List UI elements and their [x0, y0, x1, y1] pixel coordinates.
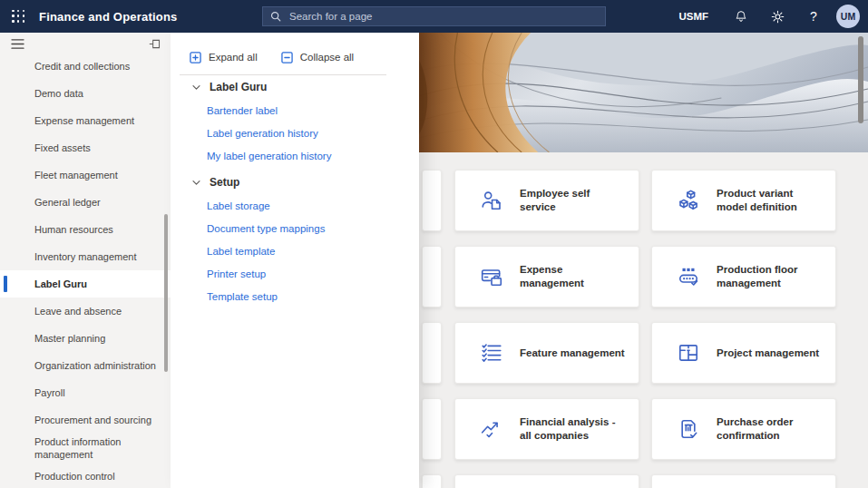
- help-button[interactable]: ?: [795, 0, 832, 33]
- sidebar-item-label: Procurement and sourcing: [34, 414, 151, 426]
- sidebar-item-credit-and-collections[interactable]: Credit and collections: [0, 53, 171, 80]
- sidebar-scrollbar[interactable]: [164, 214, 168, 372]
- top-navigation-bar: Finance and Operations USMF ? UM: [0, 0, 868, 33]
- partial-tile[interactable]: [422, 246, 442, 307]
- tile-project-management[interactable]: Project management: [651, 322, 836, 384]
- sidebar-item-payroll[interactable]: Payroll: [0, 379, 171, 406]
- sidebar-item-human-resources[interactable]: Human resources: [0, 216, 171, 243]
- tile-label: Product variant model definition: [717, 187, 824, 214]
- bell-icon: [734, 9, 748, 24]
- tile-employee-self-service[interactable]: Employee self service: [454, 170, 639, 231]
- expand-all-icon: [190, 52, 201, 63]
- tile-purchase-order-confirmation[interactable]: Purchase order confirmation: [651, 398, 836, 460]
- partial-tile[interactable]: [422, 398, 442, 460]
- sidebar-item-label: General ledger: [34, 196, 101, 209]
- tile-label: Employee self service: [520, 187, 628, 214]
- sidebar-item-label: Fleet management: [34, 169, 118, 181]
- collapse-all-button[interactable]: Collapse all: [281, 52, 354, 63]
- expand-all-button[interactable]: Expand all: [190, 52, 258, 63]
- flyout-link-my-label-generation-history[interactable]: My label generation history: [171, 144, 419, 167]
- person-document-icon: [480, 189, 503, 212]
- hamburger-menu-icon[interactable]: [11, 38, 24, 50]
- partial-tile[interactable]: [422, 474, 442, 488]
- tile-product-variant-model-definition[interactable]: Product variant model definition: [651, 170, 836, 231]
- search-icon: [270, 11, 281, 22]
- partial-tile[interactable]: [422, 170, 442, 231]
- tile-label: Project management: [717, 346, 819, 360]
- tile-label: Feature management: [520, 346, 625, 360]
- tile-label: Production floor management: [717, 263, 824, 290]
- sidebar-item-fleet-management[interactable]: Fleet management: [0, 161, 171, 189]
- sidebar-item-label: Credit and collections: [34, 60, 130, 73]
- sidebar-item-label-guru[interactable]: Label Guru: [0, 270, 171, 298]
- document-check-icon: [677, 417, 700, 441]
- sidebar-item-general-ledger[interactable]: General ledger: [0, 189, 171, 216]
- collapse-all-label: Collapse all: [300, 52, 354, 63]
- page-search-box[interactable]: [262, 6, 606, 26]
- sidebar-item-master-planning[interactable]: Master planning: [0, 325, 171, 352]
- sidebar-item-procurement-and-sourcing[interactable]: Procurement and sourcing: [0, 406, 171, 434]
- sidebar-item-expense-management[interactable]: Expense management: [0, 107, 171, 134]
- module-flyout-panel: Expand all Collapse all Label Guru Barte…: [171, 33, 419, 488]
- dashboard-content: Employee self service Product variant mo…: [419, 33, 868, 488]
- flyout-sections: Label Guru Bartender labelLabel generati…: [171, 75, 419, 307]
- flyout-link-bartender-label[interactable]: Bartender label: [171, 99, 419, 122]
- sidebar-item-label: Production control: [34, 470, 115, 483]
- sidebar-item-production-control[interactable]: Production control: [0, 463, 171, 488]
- workspace-tiles-grid: Employee self service Product variant mo…: [454, 170, 836, 488]
- user-avatar[interactable]: UM: [836, 5, 860, 28]
- sidebar-item-label: Product information management: [34, 435, 160, 461]
- production-floor-icon: [677, 265, 700, 288]
- flyout-section-label: Label Guru: [210, 81, 267, 93]
- workspace-tile[interactable]: [454, 474, 639, 488]
- workspace-tile[interactable]: [651, 474, 836, 488]
- layout-icon: [677, 341, 700, 365]
- card-briefcase-icon: [480, 265, 503, 288]
- sidebar-item-label: Fixed assets: [34, 142, 91, 154]
- notifications-button[interactable]: [723, 0, 759, 33]
- company-selector[interactable]: USMF: [664, 11, 723, 22]
- tile-production-floor-management[interactable]: Production floor management: [651, 246, 836, 307]
- tile-label: Financial analysis - all companies: [520, 415, 628, 443]
- hero-image: [419, 33, 868, 152]
- sidebar-item-demo-data[interactable]: Demo data: [0, 80, 171, 107]
- sidebar-item-label: Master planning: [34, 332, 105, 345]
- flyout-link-template-setup[interactable]: Template setup: [171, 285, 419, 307]
- partial-tile[interactable]: [422, 322, 442, 384]
- navigation-sidebar: Credit and collections Demo data Expense…: [0, 33, 171, 488]
- trend-check-icon: [480, 417, 503, 441]
- expand-all-label: Expand all: [209, 52, 258, 63]
- flyout-link-label-storage[interactable]: Label storage: [171, 194, 419, 217]
- search-input[interactable]: [288, 10, 598, 23]
- sidebar-item-label: Organization administration: [34, 359, 156, 372]
- checklist-icon: [480, 341, 503, 365]
- sidebar-item-label: Leave and absence: [34, 305, 122, 317]
- sidebar-item-product-information-management[interactable]: Product information management: [0, 434, 171, 463]
- flyout-link-printer-setup[interactable]: Printer setup: [171, 262, 419, 285]
- flyout-section-setup[interactable]: Setup: [171, 171, 419, 194]
- settings-button[interactable]: [759, 0, 795, 33]
- tile-expense-management[interactable]: Expense management: [454, 246, 639, 307]
- tile-financial-analysis-all-companies[interactable]: Financial analysis - all companies: [454, 398, 639, 460]
- flyout-link-document-type-mappings[interactable]: Document type mappings: [171, 217, 419, 239]
- tile-feature-management[interactable]: Feature management: [454, 322, 639, 384]
- tile-label: Expense management: [520, 263, 628, 290]
- chevron-down-icon: [191, 178, 201, 188]
- sidebar-item-leave-and-absence[interactable]: Leave and absence: [0, 298, 171, 325]
- flyout-link-label-template[interactable]: Label template: [171, 239, 419, 262]
- sidebar-item-label: Demo data: [34, 87, 83, 100]
- flyout-link-label-generation-history[interactable]: Label generation history: [171, 122, 419, 144]
- sidebar-item-inventory-management[interactable]: Inventory management: [0, 243, 171, 270]
- app-title[interactable]: Finance and Operations: [39, 10, 178, 24]
- main-scrollbar[interactable]: [858, 36, 863, 123]
- flyout-section-label-guru[interactable]: Label Guru: [171, 75, 419, 99]
- sidebar-item-organization-administration[interactable]: Organization administration: [0, 352, 171, 379]
- app-launcher-icon[interactable]: [12, 10, 25, 24]
- sidebar-item-fixed-assets[interactable]: Fixed assets: [0, 134, 171, 161]
- tile-label: Purchase order confirmation: [717, 415, 824, 443]
- chevron-down-icon: [191, 83, 201, 93]
- pin-icon[interactable]: [149, 39, 161, 49]
- sidebar-item-label: Human resources: [34, 223, 113, 236]
- selection-indicator: [4, 276, 7, 292]
- flyout-section-label: Setup: [210, 176, 239, 189]
